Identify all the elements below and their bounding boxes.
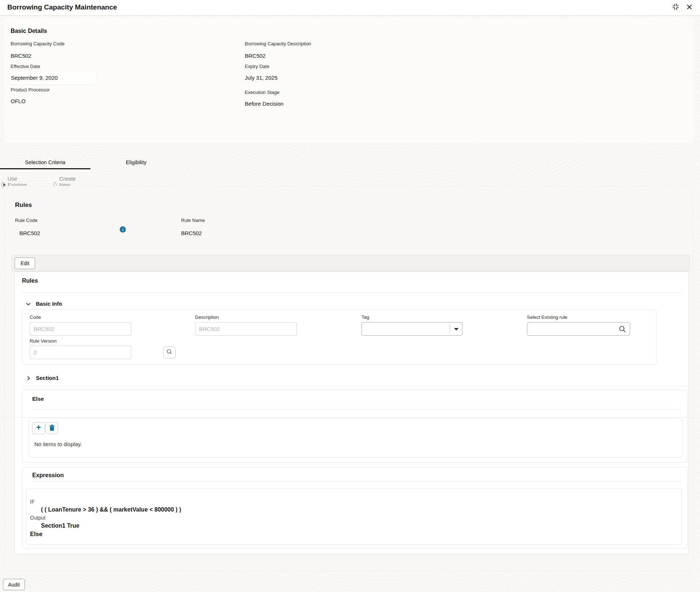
expiry-date-label: Expiry Date: [245, 64, 269, 69]
tag-label: Tag: [362, 314, 369, 320]
else-items-box: + No items to display.: [29, 418, 682, 457]
basic-details-heading: Basic Details: [11, 28, 47, 34]
basic-info-collapse-toggle[interactable]: [26, 301, 31, 308]
tab-selection-criteria-label: Selection Criteria: [25, 159, 65, 165]
delete-item-button[interactable]: [45, 422, 58, 434]
rule-designer-toolbar: Edit: [11, 255, 690, 271]
rule-designer-panel: Rules Basic Info Code Description Tag: [14, 271, 689, 554]
empty-list-text: No items to display.: [34, 441, 82, 447]
chevron-down-icon: [454, 328, 458, 331]
divider: [0, 417, 700, 418]
tag-dropdown[interactable]: [362, 322, 463, 336]
divider: [32, 409, 681, 410]
expression-if-keyword: IF: [30, 498, 181, 506]
expiry-date-value: July 31, 2025: [245, 75, 277, 81]
effective-date-value: September 9, 2020: [11, 75, 58, 81]
select-existing-rule-input[interactable]: [527, 322, 630, 336]
close-button[interactable]: ✕: [684, 2, 695, 13]
execution-stage-value: Before Decision: [245, 101, 284, 107]
expression-box: IF ( ( LoanTenure > 36 ) && ( marketValu…: [26, 489, 682, 545]
radio-selected-icon: [1, 182, 4, 188]
expression-condition: ( ( LoanTenure > 36 ) && ( marketValue <…: [41, 506, 181, 514]
rule-version-input[interactable]: [30, 346, 131, 359]
section1-heading: Section1: [36, 375, 59, 381]
collapse-window-button[interactable]: [670, 2, 681, 13]
divider: [450, 324, 450, 333]
expression-output-keyword: Output: [30, 514, 181, 522]
page-title: Borrowing Capacity Maintenance: [7, 3, 117, 11]
effective-date-highlight: September 9, 2020: [11, 72, 96, 84]
window-header: Borrowing Capacity Maintenance ✕: [0, 0, 700, 16]
edit-button[interactable]: Edit: [15, 257, 35, 269]
rule-name-value: BRC502: [181, 230, 202, 236]
audit-button[interactable]: Audit: [3, 579, 25, 590]
borrowing-capacity-code-value: BRC502: [11, 53, 31, 59]
expression-panel: Expression IF ( ( LoanTenure > 36 ) && (…: [22, 467, 688, 548]
divider: [22, 386, 688, 387]
code-input[interactable]: [30, 322, 131, 336]
borrowing-capacity-description-label: Borrowing Capacity Description: [245, 41, 311, 46]
tab-eligibility[interactable]: Eligibility: [90, 155, 182, 169]
product-processor-value: OFLO: [11, 98, 26, 104]
expression-text: IF ( ( LoanTenure > 36 ) && ( marketValu…: [30, 498, 181, 538]
product-processor-label: Product Processor: [11, 87, 50, 93]
else-panel: Else + No: [22, 390, 688, 463]
rule-name-label: Rule Name: [181, 218, 205, 223]
expression-else-keyword: Else: [30, 530, 181, 538]
rule-code-label: Rule Code: [15, 218, 37, 223]
rule-code-value: BRC502: [19, 230, 40, 236]
rules-card-heading: Rules: [15, 201, 32, 209]
description-input[interactable]: [195, 322, 297, 336]
info-icon[interactable]: i: [120, 226, 126, 233]
divider: [22, 293, 681, 293]
section1-collapse-toggle[interactable]: [26, 376, 31, 382]
effective-date-label: Effective Date: [11, 64, 40, 69]
basic-info-heading: Basic Info: [36, 301, 62, 307]
tab-eligibility-label: Eligibility: [126, 159, 146, 165]
basic-details-card: Basic Details Borrowing Capacity Code BR…: [4, 18, 695, 144]
rules-card: Rules Rule Code BRC502 i Rule Name BRC50…: [4, 186, 693, 571]
search-icon[interactable]: [618, 325, 626, 335]
borrowing-capacity-description-value: BRC502: [245, 53, 266, 59]
designer-rules-heading: Rules: [22, 278, 38, 284]
divider: [32, 481, 681, 482]
trash-icon: [49, 425, 55, 432]
expression-heading: Expression: [32, 472, 64, 479]
chevron-right-icon: [26, 376, 31, 382]
description-label: Description: [195, 314, 219, 320]
exit-fullscreen-icon: [672, 3, 679, 11]
code-label: Code: [30, 314, 41, 320]
borrowing-capacity-maintenance-window: Borrowing Capacity Maintenance ✕ Basic D…: [0, 0, 700, 592]
add-item-button[interactable]: +: [32, 422, 45, 434]
rule-version-search-button[interactable]: [163, 346, 176, 358]
rule-version-label: Rule Version: [30, 338, 57, 344]
expression-output-value: Section1 True: [41, 522, 181, 530]
else-heading: Else: [32, 396, 44, 402]
execution-stage-label: Execution Stage: [245, 90, 280, 95]
borrowing-capacity-code-label: Borrowing Capacity Code: [11, 41, 64, 46]
close-icon: ✕: [686, 3, 693, 11]
chevron-down-icon: [26, 302, 31, 308]
search-icon: [166, 348, 173, 356]
plus-icon: +: [36, 423, 41, 432]
tab-selection-criteria[interactable]: Selection Criteria: [0, 155, 90, 169]
basic-info-fields-box: Code Description Tag Select Existing rul…: [22, 310, 656, 365]
select-existing-rule-label: Select Existing rule: [527, 314, 568, 320]
